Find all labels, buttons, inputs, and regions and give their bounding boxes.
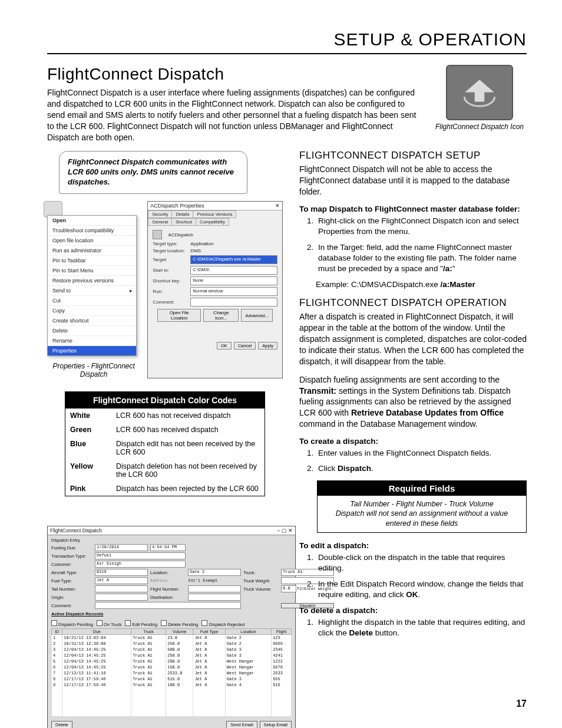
context-menu-item[interactable]: Pin to Taskbar <box>48 255 136 265</box>
close-icon[interactable]: ✕ <box>275 203 280 209</box>
destination-field[interactable] <box>188 594 241 601</box>
context-menu-item[interactable]: Open file location <box>48 235 136 245</box>
table-cell: Jet A <box>193 647 225 653</box>
properties-tab[interactable]: Details <box>171 210 193 218</box>
table-cell: Truck A1 <box>131 641 166 647</box>
table-row[interactable]: 512/04/13 14:45:25Truck A1200.0Jet AWest… <box>52 658 292 664</box>
run-field[interactable]: Normal window <box>190 287 277 296</box>
apply-button[interactable]: Apply <box>258 342 277 350</box>
required-fields-header: Required Fields <box>318 481 526 496</box>
truck-volume-field[interactable]: 0.0 <box>281 585 296 592</box>
run-label: Run: <box>153 289 188 294</box>
properties-dialog: ACDispatch Properties ✕ SecurityDetailsP… <box>147 201 283 378</box>
color-code-desc: Dispatch deletion has not been received … <box>111 459 265 482</box>
table-cell: 250.0 <box>166 653 193 658</box>
table-cell: Jet A <box>193 641 225 647</box>
table-row[interactable]: 110/21/12 13:03:04Truck A123.0Jet AGate … <box>52 635 292 641</box>
table-cell: 12/17/13 17:59:46 <box>62 682 131 688</box>
send-email-button[interactable]: Send Email <box>226 721 257 728</box>
dialog-button[interactable]: Open File Location <box>157 309 201 322</box>
table-cell: Truck A1 <box>131 676 166 682</box>
context-menu-item[interactable]: Create shortcut <box>48 315 136 325</box>
table-cell: 200.0 <box>166 658 193 664</box>
table-row[interactable]: 912/17/13 17:59:46Truck A1100.0Jet AGate… <box>52 682 292 688</box>
properties-tab[interactable]: General <box>148 218 172 226</box>
checkbox[interactable] <box>51 620 57 626</box>
context-menu-item[interactable]: Restore previous versions <box>48 275 136 285</box>
transaction-type-field[interactable]: Defuel <box>95 552 186 559</box>
checkbox[interactable] <box>161 620 167 626</box>
fueling-due-date-field[interactable]: 1/20/2014 <box>95 544 148 551</box>
context-menu-item[interactable]: Delete <box>48 325 136 335</box>
customer-field[interactable]: Air Sleigh <box>95 561 186 568</box>
startin-field[interactable]: C:\DMS\ <box>190 266 277 275</box>
shortcut-field[interactable]: None <box>190 276 277 285</box>
comment-field[interactable] <box>190 298 277 307</box>
cancel-button[interactable]: Cancel <box>234 342 256 350</box>
table-cell: 12/04/13 14:45:25 <box>62 653 131 658</box>
tail-number-field[interactable] <box>95 585 148 592</box>
context-menu-item[interactable]: Send to <box>48 285 136 295</box>
context-menu-item[interactable]: Properties <box>48 345 136 355</box>
flight-number-field[interactable] <box>188 585 241 592</box>
context-menu-item[interactable]: Cut <box>48 295 136 305</box>
setup-email-button[interactable]: Setup Email <box>260 721 292 728</box>
properties-dialog-title: ACDispatch Properties ✕ <box>148 202 282 210</box>
context-menu-item[interactable]: Copy <box>48 305 136 315</box>
table-cell: Jet A <box>193 658 225 664</box>
checkbox[interactable] <box>201 620 207 626</box>
dispatch-app-icon <box>446 65 513 120</box>
window-controls[interactable]: – ▢ ✕ <box>277 528 293 533</box>
context-menu-item[interactable]: Rename <box>48 335 136 345</box>
icon-figure: FlightConnect Dispatch Icon <box>432 65 527 131</box>
setup-paragraph: FlightConnect Dispatch will not be able … <box>299 164 527 197</box>
tail-number-label: Tail Number: <box>51 587 92 592</box>
color-code-desc: LCR 600 has received dispatch <box>111 423 265 437</box>
table-cell: 6 <box>52 664 62 670</box>
table-row[interactable]: 312/04/13 14:45:25Truck A1500.0Jet AGate… <box>52 647 292 653</box>
dialog-button[interactable]: Change Icon... <box>203 309 239 322</box>
table-cell: Jet A <box>193 676 225 682</box>
context-menu-item[interactable]: Troubleshoot compatibility <box>48 225 136 235</box>
properties-tab[interactable]: Security <box>148 210 172 218</box>
table-row[interactable]: 812/17/13 17:59:46Truck A1515.0Jet AGate… <box>52 676 292 682</box>
active-dispatch-records-label: Active Dispatch Records <box>51 611 103 617</box>
delete-button[interactable]: Delete <box>51 721 72 728</box>
location-field[interactable]: Gate 2 <box>188 569 241 576</box>
ok-button[interactable]: OK <box>217 342 232 350</box>
table-cell: Gate 3 <box>225 647 271 653</box>
table-row[interactable]: 612/04/13 14:45:25Truck A1150.0Jet AWest… <box>52 664 292 670</box>
table-cell: Jet A <box>193 664 225 670</box>
example-text: Example: C:\DMS\ACDispatch.exe <box>316 280 441 289</box>
table-row[interactable]: 712/13/13 11:41:16Truck A12533.0Jet AWes… <box>52 670 292 676</box>
checkbox[interactable] <box>97 620 103 626</box>
checkbox[interactable] <box>125 620 131 626</box>
fuel-type-field[interactable]: Jet A <box>95 577 148 584</box>
context-menu-item[interactable]: Open <box>48 216 136 225</box>
table-row[interactable]: 210/31/13 12:38:08Truck A1250.0Jet AGate… <box>52 641 292 647</box>
target-example: Example: C:\DMS\ACDispatch.exe /a:Master <box>316 280 527 289</box>
table-cell: 3 <box>52 647 62 653</box>
section-header: SETUP & OPERATION <box>47 29 527 54</box>
list-item: In the Edit Dispatch Record window, chan… <box>316 579 527 600</box>
fueling-due-time-field[interactable]: 4:54:54 PM <box>150 544 186 551</box>
context-menu-item[interactable]: Run as administrator <box>48 245 136 255</box>
table-column-header: Due <box>62 629 131 635</box>
list-item: Click Dispatch. <box>316 463 527 474</box>
properties-tab[interactable]: Previous Versions <box>193 210 236 218</box>
dialog-button[interactable]: Advanced... <box>241 309 273 322</box>
dispatch-comment-field[interactable] <box>95 602 241 609</box>
list-item: Highlight the dispatch in the table that… <box>316 617 527 638</box>
checkbox-label: On Truck <box>104 622 121 627</box>
origin-field[interactable] <box>95 594 148 601</box>
table-cell: Jet A <box>193 653 225 658</box>
properties-tab[interactable]: Shortcut <box>171 218 196 226</box>
table-column-header: Volume <box>166 629 193 635</box>
properties-tab[interactable]: Compatibility <box>196 218 229 226</box>
target-field[interactable]: C:\DMS\ACDispatch.exe /a:Master <box>190 255 277 264</box>
table-row[interactable]: 412/04/13 14:45:25Truck A1250.0Jet AGate… <box>52 653 292 658</box>
active-dispatch-table: IDDueTruckVolumeFuel TypeLocationFlight … <box>51 628 292 716</box>
delete-steps-list: Highlight the dispatch in the table that… <box>299 617 527 638</box>
context-menu-item[interactable]: Pin to Start Menu <box>48 265 136 275</box>
aircraft-type-field[interactable]: B319 <box>95 569 148 576</box>
